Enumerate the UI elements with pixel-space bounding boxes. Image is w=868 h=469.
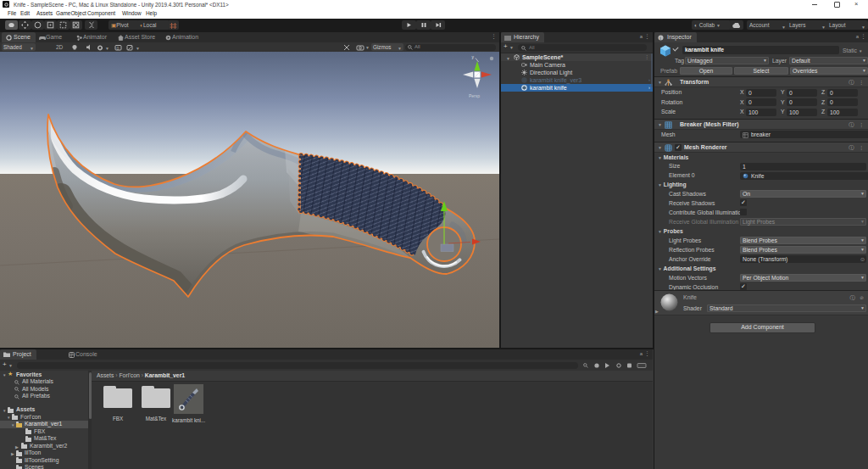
svg-text:▼: ▼ (136, 46, 140, 51)
svg-text:i: i (660, 36, 661, 41)
svg-text:0: 0 (117, 46, 120, 51)
svg-text:▼: ▼ (105, 46, 109, 51)
svg-text:Persp: Persp (469, 93, 480, 98)
